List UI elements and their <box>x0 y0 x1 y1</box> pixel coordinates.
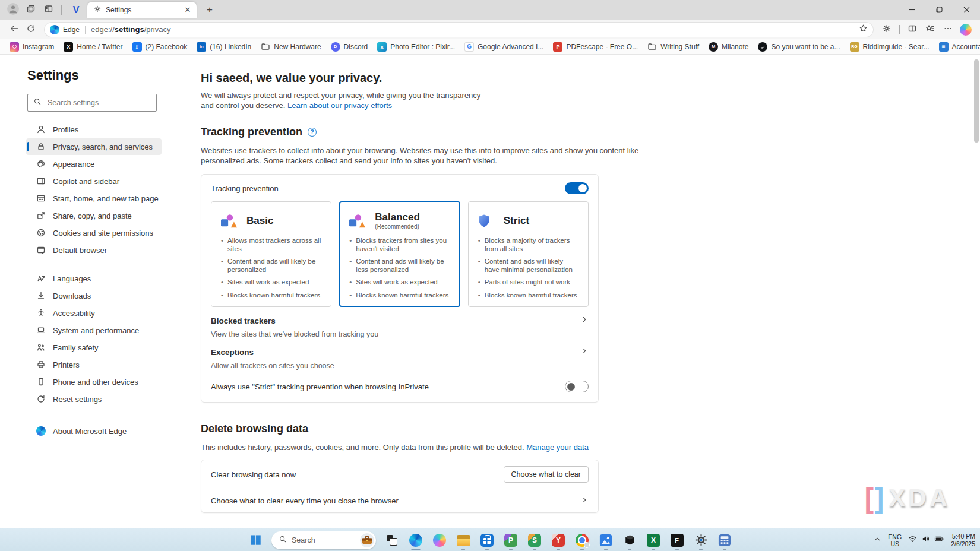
sidebar-item-accessibility[interactable]: Accessibility <box>26 305 162 321</box>
bookmark-item[interactable]: XHome / Twitter <box>59 40 127 53</box>
page-scrollbar[interactable] <box>973 57 979 525</box>
sidebar-item-label: Accessibility <box>53 309 95 318</box>
refresh-button[interactable] <box>23 21 39 38</box>
sidebar-item-share-copy-and-paste[interactable]: Share, copy, and paste <box>26 207 162 224</box>
taskbar-app-app-s[interactable]: S <box>523 530 546 551</box>
address-bar[interactable]: Edge edge://settings/privacy <box>44 22 874 37</box>
edge-icon <box>36 426 46 436</box>
bookmark-item[interactable]: f(2) Facebook <box>128 40 192 53</box>
sidebar-item-about-microsoft-edge[interactable]: About Microsoft Edge <box>26 423 162 439</box>
tab-actions-button[interactable] <box>40 2 57 18</box>
sidebar-item-appearance[interactable]: Appearance <box>26 156 162 172</box>
taskbar-app-app-f[interactable]: F <box>666 530 688 551</box>
settings-search-input[interactable] <box>46 98 151 107</box>
chevron-right-icon[interactable] <box>580 347 589 357</box>
running-indicator <box>557 549 560 550</box>
sidebar-item-languages[interactable]: Languages <box>26 270 162 287</box>
split-screen-button[interactable] <box>904 21 921 38</box>
taskbar-app-chrome[interactable] <box>571 530 593 551</box>
choose-what-to-clear-button[interactable]: Choose what to clear <box>504 466 589 483</box>
taskbar-app-file-explorer[interactable] <box>452 530 475 551</box>
tray-overflow-button[interactable] <box>873 535 881 546</box>
taskbar-app-settings-app[interactable] <box>690 530 712 551</box>
bookmark-item[interactable]: in(16) LinkedIn <box>192 40 256 53</box>
taskbar-app-app-p[interactable]: P <box>500 530 522 551</box>
taskbar-app-box-app[interactable] <box>618 530 641 551</box>
chevron-right-icon[interactable] <box>580 496 589 506</box>
sidebar-item-copilot-and-sidebar[interactable]: Copilot and sidebar <box>26 173 162 189</box>
taskbar-app-app-y[interactable]: Y <box>547 530 570 551</box>
sidebar-item-system-and-performance[interactable]: System and performance <box>26 322 162 338</box>
bullet-item: Blocks a majority of trackers from all s… <box>477 237 580 253</box>
sidebar-item-downloads[interactable]: Downloads <box>26 287 162 304</box>
settings-search-box[interactable] <box>27 94 157 112</box>
window-close-button[interactable] <box>953 0 980 20</box>
bookmark-label: Riddimguide - Sear... <box>863 43 930 51</box>
sidebar-item-reset-settings[interactable]: Reset settings <box>26 391 162 407</box>
sidebar-item-phone-and-other-devices[interactable]: Phone and other devices <box>26 373 162 390</box>
bookmark-item[interactable]: PPDFescape - Free O... <box>548 40 643 53</box>
tab-settings[interactable]: Settings ✕ <box>87 2 197 18</box>
tracking-card-strict[interactable]: StrictBlocks a majority of trackers from… <box>468 201 589 307</box>
sidebar-item-family-safety[interactable]: Family safety <box>26 339 162 356</box>
clear-on-close-row[interactable]: Choose what to clear every time you clos… <box>201 489 598 512</box>
sidebar-item-label: Share, copy, and paste <box>53 211 132 220</box>
clock[interactable]: 5:40 PM2/6/2025 <box>951 533 975 548</box>
help-icon[interactable]: ? <box>308 128 317 137</box>
site-info-chip[interactable]: Edge <box>50 25 85 34</box>
sidebar-item-default-browser[interactable]: Default browser <box>26 242 162 258</box>
taskbar-app-start[interactable] <box>244 530 267 551</box>
taskbar-app-store[interactable] <box>476 530 498 551</box>
taskbar-app-photos[interactable] <box>595 530 617 551</box>
taskbar-app-calculator[interactable] <box>713 530 736 551</box>
browser-essentials-button[interactable] <box>878 21 895 38</box>
profile-avatar[interactable] <box>5 2 21 18</box>
exceptions-section[interactable]: Exceptions Allow all trackers on sites y… <box>211 347 589 370</box>
window-maximize-button[interactable] <box>925 0 953 20</box>
blocked-trackers-section[interactable]: Blocked trackers View the sites that we'… <box>211 315 589 338</box>
inprivate-strict-toggle[interactable] <box>565 381 589 392</box>
favorites-button[interactable] <box>922 21 938 38</box>
bookmark-item[interactable]: New Hardware <box>256 40 325 53</box>
more-menu-button[interactable] <box>940 21 956 38</box>
bookmark-item[interactable]: GGoogle Advanced I... <box>460 40 548 53</box>
sidebar-item-profiles[interactable]: Profiles <box>26 121 162 138</box>
taskbar-search-box[interactable]: Search <box>271 531 376 549</box>
privacy-efforts-link[interactable]: Learn about our privacy efforts <box>287 101 392 110</box>
window-minimize-button[interactable] <box>898 0 925 20</box>
v-site-icon: V <box>73 5 80 15</box>
tray-status-icons[interactable] <box>908 534 944 546</box>
sidebar-item-start-home-and-new-tab-page[interactable]: Start, home, and new tab page <box>26 190 162 207</box>
bookmark-item[interactable]: xPhoto Editor : Pixlr... <box>372 40 460 53</box>
tracking-card-header: Balanced(Recommended) <box>348 210 451 232</box>
taskbar-app-copilot[interactable] <box>428 530 451 551</box>
tracking-card-balanced[interactable]: Balanced(Recommended)Blocks trackers fro… <box>339 201 460 307</box>
google-icon: G <box>464 42 474 52</box>
bookmark-item[interactable]: RGRiddimguide - Sear... <box>845 40 934 53</box>
bookmark-item[interactable]: So you want to be a... <box>753 40 845 53</box>
bookmark-item[interactable]: ≡Accountability Log -... <box>934 40 980 53</box>
tracking-prevention-toggle[interactable] <box>565 182 589 194</box>
taskbar-app-edge[interactable] <box>404 530 427 551</box>
sidebar-item-printers[interactable]: Printers <box>26 356 162 373</box>
copilot-button[interactable] <box>957 21 974 38</box>
workspaces-button[interactable] <box>23 2 39 18</box>
favorite-star-button[interactable] <box>859 24 868 35</box>
bookmark-item[interactable]: Writing Stuff <box>643 40 704 53</box>
sidebar-item-cookies-and-site-permissions[interactable]: Cookies and site permissions <box>26 224 162 241</box>
tracking-card-basic[interactable]: BasicAllows most trackers across all sit… <box>211 201 331 307</box>
chevron-right-icon[interactable] <box>580 315 589 326</box>
language-indicator[interactable]: ENGUS <box>888 533 902 547</box>
sidebar-item-privacy-search-and-services[interactable]: Privacy, search, and services <box>26 138 162 155</box>
bookmark-item[interactable]: DDiscord <box>326 40 373 53</box>
bookmark-item[interactable]: MMilanote <box>704 40 753 53</box>
taskbar-app-task-view[interactable] <box>381 530 403 551</box>
bookmark-item[interactable]: Instagram <box>5 40 59 53</box>
scrollbar-thumb[interactable] <box>974 59 979 142</box>
tab-close-icon[interactable]: ✕ <box>182 5 193 15</box>
new-tab-button[interactable]: + <box>201 2 218 18</box>
back-button[interactable] <box>6 21 23 38</box>
taskbar-app-excel[interactable]: X <box>642 530 665 551</box>
manage-data-link[interactable]: Manage your data <box>526 443 589 452</box>
pinned-tab[interactable]: V <box>66 2 86 18</box>
